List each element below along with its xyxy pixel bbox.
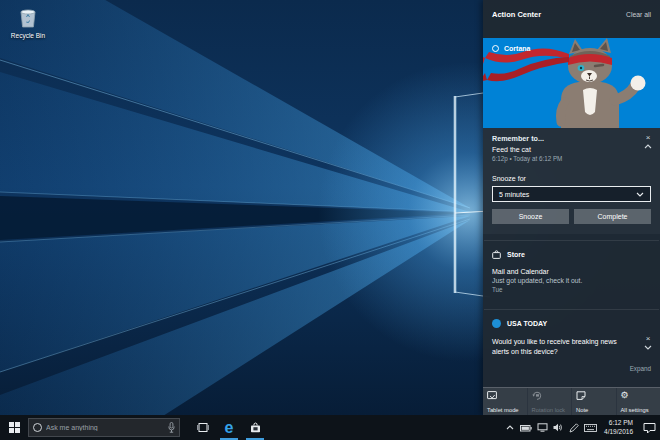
recycle-bin[interactable]: Recycle Bin (6, 6, 50, 39)
cortana-notification[interactable]: Cortana (483, 38, 660, 128)
edge-icon: e (225, 420, 234, 436)
snooze-for-label: Snooze for (492, 175, 651, 182)
action-center-header: Action Center Clear all (483, 0, 660, 28)
store-icon (492, 250, 501, 259)
clear-all-link[interactable]: Clear all (626, 11, 651, 18)
snooze-button[interactable]: Snooze (492, 209, 569, 224)
quick-action-all-settings[interactable]: ⚙ All settings (617, 388, 660, 415)
system-tray: 6:12 PM 4/19/2016 (502, 415, 660, 440)
store-app-name: Store (507, 251, 525, 258)
volume-icon (553, 423, 563, 432)
search-input[interactable] (42, 424, 168, 431)
tablet-mode-icon (487, 391, 497, 400)
usa-today-body: Would you like to receive breaking news … (492, 337, 632, 357)
touch-keyboard-button[interactable] (582, 415, 598, 440)
usa-today-app-row: USA TODAY (492, 319, 651, 328)
action-center-icon (643, 422, 656, 434)
show-hidden-icons-button[interactable] (502, 415, 518, 440)
cortana-app-name: Cortana (504, 45, 530, 52)
network-tray-button[interactable] (534, 415, 550, 440)
cortana-app-row: Cortana (492, 45, 530, 52)
chevron-down-icon (636, 192, 644, 197)
usa-today-expand-icon[interactable] (644, 345, 652, 350)
quick-action-note[interactable]: Note (572, 388, 616, 415)
all-settings-label: All settings (621, 407, 649, 413)
cortana-search-box[interactable] (28, 418, 180, 437)
task-view-button[interactable] (190, 415, 216, 440)
clock-date: 4/19/2016 (604, 428, 633, 436)
reminder-notification[interactable]: Remember to... × Feed the cat 6:12p • To… (483, 128, 660, 234)
note-icon (576, 391, 586, 400)
quick-action-tablet-mode[interactable]: Tablet mode (483, 388, 527, 415)
tablet-mode-label: Tablet mode (487, 407, 519, 413)
store-bag-icon (250, 422, 261, 433)
cortana-icon (492, 45, 499, 52)
recycle-bin-label: Recycle Bin (6, 32, 50, 39)
quick-action-rotation-lock[interactable]: Rotation lock (528, 388, 572, 415)
action-center-button[interactable] (638, 415, 660, 440)
taskbar: e (0, 415, 660, 440)
note-label: Note (576, 407, 588, 413)
pen-icon (569, 423, 579, 433)
reminder-timestamp: 6:12p • Today at 6:12 PM (492, 155, 651, 162)
quick-actions-bar: Tablet mode Rotation lock Note ⚙ Al (483, 387, 660, 415)
battery-tray-button[interactable] (518, 415, 534, 440)
rotation-lock-label: Rotation lock (532, 407, 566, 413)
cortana-search-icon (33, 423, 42, 432)
reminder-title: Remember to... (492, 134, 651, 143)
chevron-up-icon (506, 425, 514, 430)
store-notification[interactable]: Store Mail and Calendar Just got updated… (483, 241, 660, 309)
store-item-title: Mail and Calendar (492, 268, 651, 275)
reminder-close-icon[interactable]: × (646, 135, 651, 141)
complete-button[interactable]: Complete (574, 209, 651, 224)
snooze-duration-value: 5 minutes (499, 191, 529, 198)
recycle-bin-icon (16, 6, 40, 30)
snooze-duration-select[interactable]: 5 minutes (492, 186, 651, 202)
volume-tray-button[interactable] (550, 415, 566, 440)
clock-time: 6:12 PM (604, 419, 633, 427)
store-app-row: Store (492, 250, 651, 259)
microphone-icon[interactable] (168, 422, 175, 433)
store-item-body: Just got updated, check it out. (492, 277, 651, 284)
windows-desktop: Recycle Bin Action Center Clear all Cort… (0, 0, 660, 440)
action-center-title: Action Center (492, 10, 541, 19)
task-view-icon (197, 422, 209, 433)
action-center-panel: Action Center Clear all Cortana (483, 0, 660, 415)
usa-today-close-icon[interactable]: × (646, 336, 651, 342)
expand-link[interactable]: Expand (492, 365, 651, 372)
edge-taskbar-button[interactable]: e (216, 415, 242, 440)
windows-logo-icon (9, 422, 20, 433)
network-icon (537, 423, 548, 432)
taskbar-clock[interactable]: 6:12 PM 4/19/2016 (598, 419, 638, 436)
rotation-lock-icon (532, 391, 542, 400)
store-taskbar-button[interactable] (242, 415, 268, 440)
usa-today-icon (492, 319, 501, 328)
reminder-body: Feed the cat (492, 146, 651, 153)
battery-icon (520, 424, 532, 432)
start-button[interactable] (0, 415, 28, 440)
store-item-day: Tue (492, 286, 651, 293)
keyboard-icon (584, 424, 597, 432)
settings-gear-icon: ⚙ (621, 391, 629, 400)
usa-today-notification[interactable]: USA TODAY × Would you like to receive br… (483, 310, 660, 380)
pen-tray-button[interactable] (566, 415, 582, 440)
usa-today-app-name: USA TODAY (507, 320, 547, 327)
reminder-collapse-icon[interactable] (644, 144, 652, 149)
